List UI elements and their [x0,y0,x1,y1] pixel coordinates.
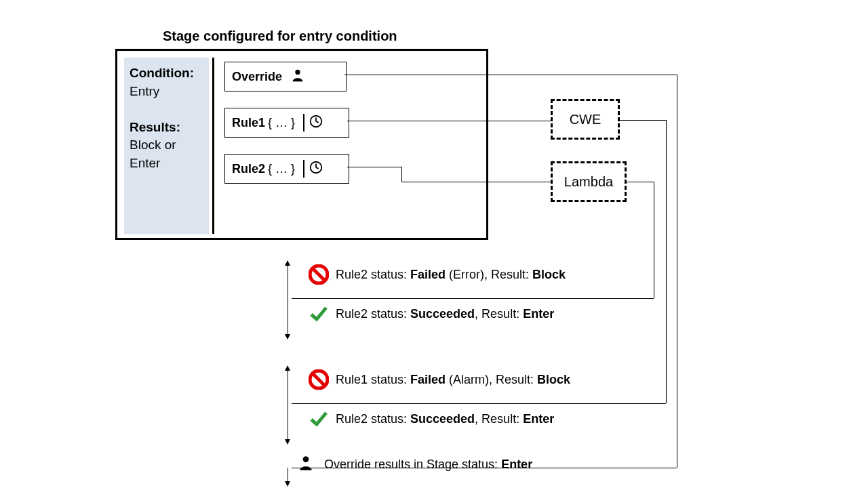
rule2-name: Rule2 [232,162,265,176]
svg-line-3 [316,121,319,123]
connector [401,182,551,182]
no-entry-icon [309,264,329,285]
rule1-box: Rule1 { … } [224,108,349,138]
connector [401,167,402,182]
connector [666,120,667,403]
arrow-up-icon [285,365,290,371]
rule2b-succeeded-row: Rule2 status: Succeeded, Result: Enter [309,409,554,429]
stage-title: Stage configured for entry condition [163,28,397,44]
clock-icon [309,160,323,178]
text: Rule2 status: [336,268,410,281]
result-value: Enter [501,458,532,471]
arrow-up-icon [285,260,290,266]
results-label: Results: [130,120,180,134]
text: (Alarm), Result: [446,373,537,386]
stage-sidebar: Condition: Entry Results: Block or Enter [124,58,209,234]
arrow-down-icon [285,334,290,340]
text: Rule2 status: [336,307,410,321]
svg-line-8 [313,269,324,280]
rule1-body: { … } [268,116,295,130]
rule2-succeeded-row: Rule2 status: Succeeded, Result: Enter [309,304,554,324]
condition-label: Condition: [130,66,194,80]
person-icon [297,454,317,474]
rule2-box: Rule2 { … } [224,154,349,184]
cwe-box: CWE [551,99,620,140]
connector [677,75,677,468]
rule1-name: Rule1 [232,116,265,130]
group-bracket [288,369,288,441]
rule2-failed-row: Rule2 status: Failed (Error), Result: Bl… [309,264,566,285]
text: Rule1 status: [336,373,410,386]
connector [347,121,551,121]
group-bracket [288,264,288,336]
no-entry-icon [309,369,329,390]
results-value: Block or Enter [130,136,203,172]
arrow-down-icon [285,481,290,487]
svg-point-11 [303,456,309,462]
status-value: Succeeded [410,307,475,321]
arrow-down-icon [285,439,290,445]
connector [344,75,677,75]
text: Rule2 status: [336,412,410,426]
check-icon [309,409,329,429]
connector [620,120,666,121]
connector [292,298,654,299]
clock-icon [309,114,323,132]
result-value: Enter [523,307,554,321]
connector [292,403,666,404]
divider [303,160,304,178]
rule1-failed-row: Rule1 status: Failed (Alarm), Result: Bl… [309,369,570,390]
text: (Error), Result: [446,268,532,281]
status-value: Failed [410,373,446,386]
text: , Result: [475,307,523,321]
result-value: Enter [523,412,554,426]
text: , Result: [475,412,523,426]
svg-line-10 [313,374,324,385]
connector [654,182,654,298]
rule2-body: { … } [268,162,295,176]
text: Override results in Stage status: [324,458,501,471]
divider [303,114,304,131]
result-value: Block [532,268,566,281]
status-value: Failed [410,268,446,281]
result-value: Block [537,373,570,386]
stage-container: Condition: Entry Results: Block or Enter… [115,49,488,240]
connector [627,182,654,182]
condition-value: Entry [130,83,203,101]
check-icon [309,304,329,324]
override-result-row: Override results in Stage status: Enter [297,454,532,474]
override-label: Override [232,70,282,84]
connector [347,167,401,167]
svg-point-0 [295,69,300,74]
person-icon [290,68,305,86]
group-bracket [288,468,288,483]
sidebar-divider [212,58,214,234]
svg-line-6 [316,167,319,169]
override-box: Override [224,62,347,92]
status-value: Succeeded [410,412,475,426]
lambda-box: Lambda [551,161,627,202]
